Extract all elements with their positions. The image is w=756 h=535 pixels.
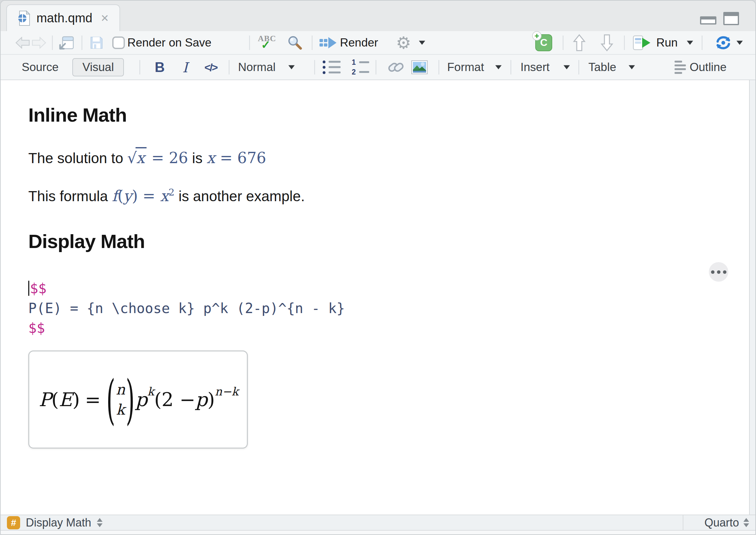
insert-chunk-icon[interactable]: C+	[535, 34, 552, 51]
text-cursor	[28, 281, 29, 296]
paragraph-inline-math-2: This formula f(y) = x2 is another exampl…	[28, 186, 755, 208]
spellcheck-icon[interactable]: ABC✓	[256, 34, 278, 51]
code-icon[interactable]: </>	[204, 61, 217, 73]
tab-bar: math.qmd ✕	[1, 1, 755, 31]
visual-mode-toggle[interactable]: Visual	[72, 58, 124, 76]
paragraph-style-caret-icon[interactable]	[288, 65, 295, 69]
back-icon[interactable]	[15, 37, 30, 49]
bullet-list-icon[interactable]	[323, 60, 340, 74]
gear-icon[interactable]: ⚙	[396, 34, 411, 51]
format-menu[interactable]: Format	[447, 61, 484, 74]
heading-hash-icon: #	[7, 516, 20, 529]
paragraph-style-select[interactable]: Normal	[238, 61, 276, 74]
run-next-chunks-icon[interactable]	[601, 34, 613, 51]
scrollbar-gutter[interactable]	[749, 80, 755, 515]
render-on-save-label[interactable]: Render on Save	[127, 36, 211, 49]
section-navigator[interactable]: # Display Math	[1, 516, 102, 529]
render-button[interactable]: Render	[340, 36, 378, 49]
visual-editor-canvas[interactable]: Inline Math The solution to √x = 26 is x…	[1, 80, 755, 515]
render-on-save-checkbox[interactable]	[112, 37, 125, 49]
run-previous-chunks-icon[interactable]	[573, 34, 586, 51]
maximize-pane-icon[interactable]	[723, 12, 739, 25]
forward-icon[interactable]	[32, 37, 46, 49]
main-toolbar: Render on Save ABC✓ Render ⚙	[1, 31, 755, 55]
inline-math-x676: x = 676	[207, 150, 266, 166]
source-options-caret-icon[interactable]	[737, 41, 743, 44]
format-menu-caret-icon[interactable]	[495, 65, 502, 69]
math-delimiter-line: $$	[28, 278, 755, 298]
rendered-equation: P(E) = ( nk ) pk (2 − p) n−k	[39, 382, 238, 417]
render-icon[interactable]	[319, 36, 337, 50]
current-section-label: Display Math	[26, 516, 91, 529]
block-options-ellipsis-button[interactable]	[709, 262, 728, 282]
link-icon[interactable]	[388, 60, 404, 74]
heading-inline-math: Inline Math	[28, 104, 755, 126]
source-mode-toggle[interactable]: Source	[22, 61, 58, 74]
math-delimiter-line: $$	[28, 318, 755, 338]
tab-math-qmd[interactable]: math.qmd ✕	[6, 4, 120, 31]
section-updown-icon	[97, 518, 102, 527]
open-in-new-window-icon[interactable]	[59, 35, 74, 51]
math-preview-box: P(E) = ( nk ) pk (2 − p) n−k	[28, 351, 248, 449]
table-menu[interactable]: Table	[588, 61, 616, 74]
paragraph-inline-math-1: The solution to √x = 26 is x = 676	[28, 148, 755, 168]
tab-close-icon[interactable]: ✕	[101, 12, 109, 24]
outline-icon	[675, 61, 686, 74]
bold-icon[interactable]: B	[155, 59, 165, 75]
document-mode-label: Quarto	[705, 516, 739, 529]
format-toolbar: Source Visual B I </> Normal 1 2	[1, 55, 755, 80]
pane-controls	[700, 12, 739, 25]
inline-math-sqrt: √x = 26	[127, 150, 188, 166]
heading-display-math: Display Math	[28, 231, 755, 252]
insert-menu-caret-icon[interactable]	[564, 65, 570, 69]
tab-title: math.qmd	[37, 11, 93, 25]
image-icon[interactable]	[411, 60, 428, 74]
table-menu-caret-icon[interactable]	[629, 65, 635, 69]
inline-math-fy: f(y) = x2	[112, 188, 175, 204]
source-rerun-icon[interactable]	[715, 35, 732, 50]
editor-status-bar: # Display Math Quarto	[1, 515, 755, 531]
outline-label: Outline	[690, 61, 726, 74]
rstudio-source-pane: math.qmd ✕	[0, 0, 756, 535]
minimize-pane-icon[interactable]	[700, 16, 716, 24]
save-icon[interactable]	[90, 36, 103, 50]
document-mode-selector[interactable]: Quarto	[683, 515, 755, 530]
mode-updown-icon	[743, 518, 749, 527]
numbered-list-icon[interactable]: 1 2	[352, 59, 369, 76]
outline-toggle[interactable]: Outline	[675, 61, 726, 74]
window-bottom-edge	[1, 531, 755, 535]
run-button[interactable]: Run	[656, 36, 678, 49]
run-options-caret-icon[interactable]	[687, 41, 693, 44]
insert-menu[interactable]: Insert	[520, 61, 550, 74]
italic-icon[interactable]: I	[182, 59, 188, 75]
run-icon[interactable]	[633, 35, 651, 50]
math-code-line: P(E) = {n \choose k} p^k (2-p)^{n - k}	[28, 298, 755, 318]
render-options-caret-icon[interactable]	[419, 41, 425, 44]
display-math-source-block[interactable]: $$ P(E) = {n \choose k} p^k (2-p)^{n - k…	[28, 278, 755, 338]
quarto-document-icon	[17, 10, 30, 26]
search-icon[interactable]	[287, 35, 303, 50]
